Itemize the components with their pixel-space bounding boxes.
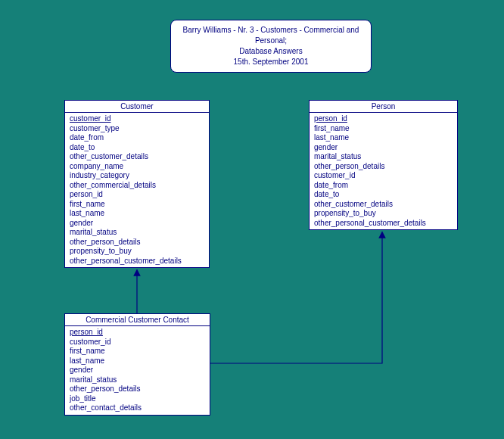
- entity-customer-title: Customer: [65, 101, 209, 113]
- field: date_to: [70, 143, 204, 153]
- entity-person: Person person_id first_namelast_namegend…: [309, 100, 458, 230]
- field: first_name: [314, 124, 453, 134]
- field: customer_id: [70, 338, 205, 347]
- entity-person-title: Person: [310, 101, 457, 113]
- entity-contact-title: Commercial Customer Contact: [65, 314, 210, 326]
- entity-person-body: person_id first_namelast_namegendermarit…: [310, 113, 457, 229]
- title-line-2: Database Answers: [179, 46, 363, 57]
- field: other_commercial_details: [70, 181, 204, 191]
- field: last_name: [70, 356, 205, 366]
- field: marital_status: [314, 152, 453, 162]
- field: propensity_to_buy: [314, 209, 453, 219]
- field: first_name: [70, 200, 204, 210]
- field: date_from: [314, 181, 453, 191]
- field: other_person_details: [70, 238, 204, 248]
- field: other_customer_details: [314, 200, 453, 210]
- field: gender: [70, 219, 204, 229]
- field: other_contact_details: [70, 403, 205, 413]
- field: marital_status: [70, 375, 205, 385]
- entity-customer-body: customer_id customer_typedate_fromdate_t…: [65, 113, 209, 267]
- field: job_title: [70, 394, 205, 404]
- field: customer_type: [70, 124, 204, 134]
- entity-contact: Commercial Customer Contact person_id cu…: [64, 313, 210, 416]
- entity-customer-fields: customer_typedate_fromdate_toother_custo…: [70, 124, 204, 266]
- field: other_customer_details: [70, 152, 204, 162]
- entity-customer: Customer customer_id customer_typedate_f…: [64, 100, 210, 268]
- field: other_personal_customer_details: [314, 219, 453, 229]
- entity-person-fields: first_namelast_namegendermarital_statuso…: [314, 124, 453, 229]
- field: date_from: [70, 133, 204, 143]
- entity-contact-fields: customer_idfirst_namelast_namegendermari…: [70, 338, 205, 413]
- title-line-1: Barry Williams - Nr. 3 - Customers - Com…: [179, 25, 363, 46]
- entity-contact-body: person_id customer_idfirst_namelast_name…: [65, 326, 210, 415]
- field: last_name: [70, 209, 204, 219]
- entity-customer-pk: customer_id: [70, 114, 204, 124]
- field: industry_category: [70, 171, 204, 181]
- field: company_name: [70, 162, 204, 172]
- field: gender: [70, 366, 205, 375]
- field: person_id: [70, 190, 204, 200]
- field: last_name: [314, 133, 453, 143]
- field: other_person_details: [70, 385, 205, 394]
- field: propensity_to_buy: [70, 247, 204, 257]
- field: date_to: [314, 190, 453, 200]
- field: other_person_details: [314, 162, 453, 172]
- diagram-title-box: Barry Williams - Nr. 3 - Customers - Com…: [170, 20, 372, 73]
- field: other_personal_customer_details: [70, 257, 204, 266]
- field: marital_status: [70, 228, 204, 238]
- field: gender: [314, 143, 453, 153]
- entity-person-pk: person_id: [314, 114, 453, 124]
- title-line-3: 15th. September 2001: [179, 57, 363, 67]
- field: customer_id: [314, 171, 453, 181]
- rel-contact-person: [210, 235, 382, 363]
- field: first_name: [70, 347, 205, 356]
- entity-contact-pk: person_id: [70, 328, 205, 338]
